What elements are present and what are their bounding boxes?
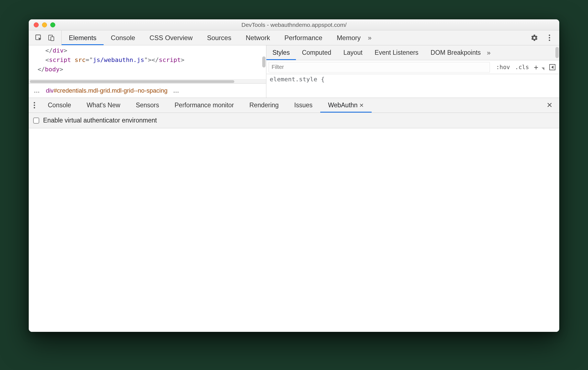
window-title: DevTools - webauthndemo.appspot.com/ xyxy=(29,22,559,28)
drawer-tab-issues[interactable]: Issues xyxy=(287,98,320,113)
breadcrumb-node[interactable]: div#credentials.mdl-grid.mdl-grid--no-sp… xyxy=(46,87,167,94)
tab-memory[interactable]: Memory xyxy=(330,30,368,45)
new-style-rule-icon[interactable]: + xyxy=(534,63,538,71)
horizontal-scrollbar[interactable] xyxy=(29,79,266,83)
toggle-computed-sidebar-icon[interactable] xyxy=(549,64,555,70)
svg-rect-2 xyxy=(51,37,54,41)
subtab-layout[interactable]: Layout xyxy=(337,45,369,60)
close-drawer-icon[interactable]: ✕ xyxy=(540,101,559,110)
drawer-tab-whats-new[interactable]: What's New xyxy=(79,98,128,113)
subtab-event-listeners[interactable]: Event Listeners xyxy=(369,45,425,60)
cls-toggle[interactable]: .cls xyxy=(515,64,529,71)
tab-console[interactable]: Console xyxy=(104,30,142,45)
breadcrumb-ellipsis-right[interactable]: … xyxy=(171,87,182,94)
styles-tab-strip: Styles Computed Layout Event Listeners D… xyxy=(266,45,559,60)
styles-filter-bar: :hov .cls + xyxy=(266,60,559,74)
tab-sources[interactable]: Sources xyxy=(200,30,238,45)
tab-elements[interactable]: Elements xyxy=(62,30,104,45)
breadcrumb: … div#credentials.mdl-grid.mdl-grid--no-… xyxy=(29,83,266,98)
device-toolbar-icon[interactable] xyxy=(48,34,55,42)
scrollbar-thumb[interactable] xyxy=(30,80,234,83)
webauthn-empty-area xyxy=(29,128,559,332)
main-tab-strip: Elements Console CSS Overview Sources Ne… xyxy=(29,30,559,45)
enable-virtual-authenticator-label: Enable virtual authenticator environment xyxy=(43,117,157,124)
subtab-styles[interactable]: Styles xyxy=(266,45,296,60)
drawer-tab-performance-monitor[interactable]: Performance monitor xyxy=(167,98,242,113)
styles-panel: Styles Computed Layout Event Listeners D… xyxy=(266,45,559,98)
titlebar: DevTools - webauthndemo.appspot.com/ xyxy=(29,19,559,30)
enable-virtual-authenticator-checkbox[interactable] xyxy=(33,118,39,124)
styles-vertical-scrollbar-thumb[interactable] xyxy=(555,47,559,58)
more-subtabs-icon[interactable]: » xyxy=(487,49,490,57)
element-style-rule: element.style { xyxy=(270,76,325,83)
tab-performance[interactable]: Performance xyxy=(277,30,329,45)
drawer-tab-strip: Console What's New Sensors Performance m… xyxy=(29,98,559,113)
inspect-element-icon[interactable] xyxy=(35,34,43,42)
more-tabs-icon[interactable]: » xyxy=(368,34,371,42)
webauthn-toolbar: Enable virtual authenticator environment xyxy=(29,113,559,128)
breadcrumb-ellipsis-left[interactable]: … xyxy=(32,87,43,94)
more-menu-icon[interactable] xyxy=(545,34,553,42)
drawer-tab-console[interactable]: Console xyxy=(40,98,79,113)
close-tab-icon[interactable]: ✕ xyxy=(359,102,364,109)
drawer-tab-webauthn[interactable]: WebAuthn ✕ xyxy=(320,98,372,113)
elements-panel: </div> <script src="js/webauthn.js"></sc… xyxy=(29,45,266,98)
styles-rules-area[interactable]: element.style { xyxy=(266,74,559,98)
subtab-computed[interactable]: Computed xyxy=(296,45,337,60)
hov-toggle[interactable]: :hov xyxy=(496,64,510,71)
inspect-group xyxy=(29,30,62,45)
settings-gear-icon[interactable] xyxy=(531,34,538,42)
split-panel: </div> <script src="js/webauthn.js"></sc… xyxy=(29,45,559,98)
dom-tree[interactable]: </div> <script src="js/webauthn.js"></sc… xyxy=(29,45,266,79)
dropdown-corner-icon[interactable] xyxy=(542,67,544,70)
devtools-window: DevTools - webauthndemo.appspot.com/ Ele… xyxy=(29,19,559,332)
drawer-tab-sensors[interactable]: Sensors xyxy=(128,98,167,113)
tab-network[interactable]: Network xyxy=(238,30,277,45)
drawer-tab-rendering[interactable]: Rendering xyxy=(242,98,287,113)
vertical-scrollbar-thumb[interactable] xyxy=(262,56,266,67)
styles-filter-input[interactable] xyxy=(269,62,490,72)
tab-css-overview[interactable]: CSS Overview xyxy=(142,30,200,45)
subtab-dom-breakpoints[interactable]: DOM Breakpoints xyxy=(424,45,487,60)
drawer-menu-icon[interactable] xyxy=(29,102,40,108)
